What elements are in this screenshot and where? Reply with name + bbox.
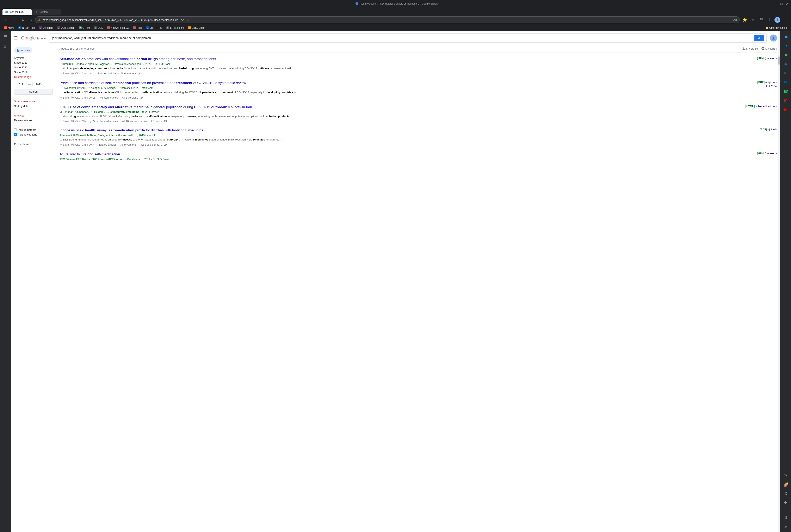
bookmarks-overflow[interactable]: 📁 Other favourites — [764, 26, 789, 30]
result-related-3[interactable]: Related articles — [99, 120, 118, 123]
result-wos-4[interactable]: Web of Science: 2 — [140, 143, 162, 146]
filter-search-button[interactable]: Search — [14, 89, 53, 95]
result-title-1[interactable]: Self-medication practices with conventio… — [59, 57, 740, 61]
include-patents-checkbox[interactable] — [14, 129, 17, 131]
articles-badge[interactable]: Articles — [14, 47, 33, 53]
right-sidebar-gear-icon[interactable]: ⚙ — [782, 523, 790, 530]
bookmark-ebsco[interactable]: E EBSCOhost — [186, 26, 207, 30]
result-more-4[interactable]: ≫ — [164, 143, 167, 147]
home-button[interactable]: ⌂ — [28, 17, 34, 23]
result-cited-by-4[interactable]: Cited by 7 — [82, 143, 94, 146]
right-sidebar-grid-icon[interactable]: ☷ — [782, 514, 790, 521]
scrollbar[interactable] — [778, 45, 780, 532]
bookmark-knownhost[interactable]: K KnownHost LLC — [106, 26, 130, 30]
author-link-4c[interactable]: M Raini — [87, 134, 96, 137]
downloads-button[interactable]: ⇓ — [766, 17, 773, 23]
result-save-4[interactable]: ☆ Save — [59, 143, 69, 146]
result-cited-by-3[interactable]: Cited by 27 — [82, 120, 95, 123]
author-link-4b[interactable]: R Gitawati — [73, 134, 86, 137]
youtube-icon[interactable]: ▶ — [782, 106, 790, 113]
scholar-menu-icon[interactable]: ☰ — [14, 36, 18, 40]
bookmark-ulib[interactable]: U ULib Search — [56, 26, 76, 30]
bookmark-lth-rosters[interactable]: L LTH Rosters — [165, 26, 185, 30]
create-alert-button[interactable]: ✉ Create alert — [14, 141, 53, 147]
bookmark-uportals[interactable]: U U Portals — [37, 26, 55, 30]
result-title-5[interactable]: Acute liver failure and self-medication — [59, 152, 740, 157]
author-link-2[interactable]: F Berktaş — [72, 62, 84, 65]
edge-icon[interactable]: ◆ — [782, 60, 790, 68]
shopping-icon[interactable]: ■ — [782, 51, 790, 59]
bing-chat-icon[interactable]: ◇ — [782, 42, 790, 50]
full-view-link-2[interactable]: Full View — [744, 84, 777, 88]
tab-new[interactable]: + New tab — [33, 9, 61, 15]
back-button[interactable]: ← — [2, 17, 10, 23]
result-cited-by-2[interactable]: Cited by 16 — [82, 96, 95, 99]
refresh-button[interactable]: ↻ — [20, 17, 26, 23]
right-sidebar-pencil-icon[interactable]: ✎ — [782, 472, 790, 479]
filter-year-to[interactable] — [33, 82, 45, 87]
author-link-3[interactable]: Z Khan — [85, 62, 94, 65]
author-link-3b[interactable]: A Ghanbari — [75, 110, 88, 113]
bookmark-uprint[interactable]: P U Print — [77, 26, 92, 30]
result-more-1[interactable]: ≫ — [138, 72, 142, 75]
result-versions-4[interactable]: All 9 versions — [120, 143, 136, 146]
my-profile-link[interactable]: My profile — [742, 47, 758, 50]
scholar-user-avatar[interactable] — [770, 35, 777, 41]
filter-since-2022[interactable]: Since 2022 — [14, 65, 53, 70]
type-review[interactable]: Review articles — [14, 118, 53, 123]
close-button[interactable]: ✕ — [786, 2, 789, 6]
my-library-link[interactable]: My library — [761, 47, 777, 50]
reader-mode-icon[interactable]: Aǒ — [733, 18, 737, 21]
result-wos-3[interactable]: Web of Science: 13 — [144, 120, 167, 123]
settings-button[interactable]: ⋯ — [782, 17, 789, 23]
extensions-button[interactable]: ⭐ — [741, 17, 748, 23]
scholar-search-input[interactable] — [52, 36, 753, 40]
result-versions-2[interactable]: All 8 versions — [122, 96, 138, 99]
sidebar-tabs-icon[interactable]: ☷ — [2, 43, 9, 51]
source-domain-2[interactable]: mdpi.com — [765, 80, 777, 84]
result-cited-by-1[interactable]: Cited by 1 — [82, 72, 94, 75]
type-any[interactable]: Any type — [14, 113, 53, 118]
result-related-1[interactable]: Related articles — [98, 72, 117, 75]
scrollbar-thumb[interactable] — [778, 56, 780, 65]
author-link-3c[interactable]: FG Heidari — [90, 110, 103, 113]
result-versions-1[interactable]: All 6 versions — [120, 72, 136, 75]
author-link-4a[interactable]: A Isnawati — [59, 134, 72, 137]
author-link-2a[interactable]: OS Ayosanmi — [59, 87, 76, 90]
bookmark-nhsp[interactable]: N NHSP-Rota — [17, 26, 37, 30]
result-save-2[interactable]: ☆ Save — [59, 96, 69, 99]
scholar-search-box[interactable] — [49, 34, 767, 42]
author-link-3a[interactable]: M Dehghan — [59, 110, 73, 113]
bookmark-metro[interactable]: M Metro — [2, 26, 16, 30]
address-bar[interactable]: 🔒 https://scholar.google.com/scholar?hl=… — [35, 16, 740, 23]
right-sidebar-settings-icon[interactable]: ⚙ — [782, 490, 790, 497]
result-cite-3[interactable]: 99 Cite — [71, 120, 80, 123]
tab-close-active[interactable]: ✕ — [26, 10, 29, 14]
filter-since-2023[interactable]: Since 2023 — [14, 60, 53, 65]
result-cite-4[interactable]: 99 Cite — [71, 143, 80, 146]
source-domain-4[interactable]: ajol.info — [768, 128, 777, 131]
gmail-icon[interactable]: M — [782, 97, 790, 104]
result-cite-1[interactable]: 99 Cite — [71, 72, 80, 75]
filter-year-from[interactable] — [14, 82, 26, 87]
source-domain-3[interactable]: sciencedirect.com — [755, 105, 777, 108]
whatsapp-icon[interactable]: ☎ — [782, 88, 790, 95]
filter-since-2019[interactable]: Since 2019 — [14, 70, 53, 75]
sort-by-date[interactable]: Sort by date — [14, 104, 53, 109]
result-title-3[interactable]: [HTML] Use of complementary and alternat… — [59, 105, 740, 110]
maximize-button[interactable]: □ — [780, 2, 783, 6]
sort-by-relevance[interactable]: Sort by relevance — [14, 99, 53, 104]
telegram-icon[interactable]: ✈ — [782, 70, 790, 77]
sidebar-collapse-button[interactable]: ☰ — [2, 33, 9, 40]
result-cite-2[interactable]: 99 Cite — [71, 96, 80, 99]
bing-sidebar-icon[interactable]: ◆ — [782, 33, 790, 40]
result-title-2[interactable]: Prevalence and correlates of self-medica… — [59, 80, 740, 86]
filter-any-time[interactable]: Any time — [14, 56, 53, 60]
result-related-4[interactable]: Related articles — [98, 143, 117, 146]
favorites-button[interactable]: ☆ — [750, 17, 756, 23]
bookmark-lthtr[interactable]: L LTHTR - eL — [144, 26, 164, 30]
include-citations-checkbox[interactable] — [14, 133, 17, 136]
outlook-icon[interactable]: ✉ — [782, 78, 790, 86]
scholar-search-button[interactable] — [754, 35, 764, 41]
right-sidebar-rainbow-icon[interactable]: 🌈 — [782, 481, 790, 488]
